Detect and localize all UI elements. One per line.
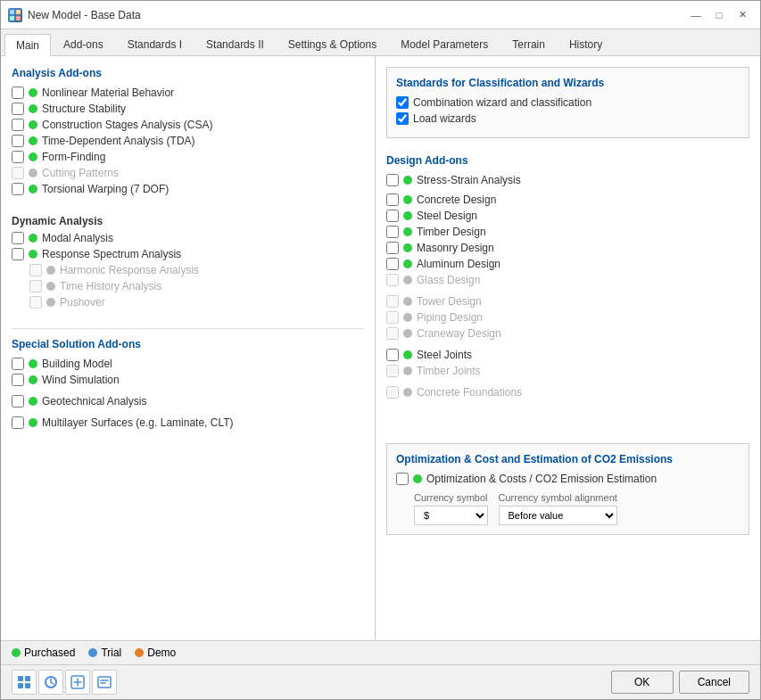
svg-rect-1 [16,10,21,14]
concrete-design-checkbox[interactable] [386,194,399,206]
title-text: New Model - Base Data [28,9,141,21]
toolbar-btn-4[interactable] [92,670,117,695]
list-item: Structure Stability [12,103,364,115]
item-label: Concrete Design [417,194,496,206]
gray-dot [403,313,412,322]
tab-standards2[interactable]: Standards II [194,33,276,55]
ok-button[interactable]: OK [611,671,674,694]
list-item: Torsional Warping (7 DOF) [12,183,364,195]
optimization-title: Optimization & Cost and Estimation of CO… [396,453,740,465]
svg-rect-0 [10,10,14,14]
purchased-dot [29,397,37,406]
list-item: Stress-Strain Analysis [386,174,749,186]
standards-title: Standards for Classification and Wizards [396,77,740,89]
tab-model-params[interactable]: Model Parameters [389,33,500,55]
tab-terrain[interactable]: Terrain [500,33,557,55]
tab-standards1[interactable]: Standards I [116,33,194,55]
item-label: Wind Simulation [42,374,120,386]
torsional-warping-checkbox[interactable] [12,183,24,195]
main-window: New Model - Base Data — □ ✕ Main Add-ons… [0,0,761,700]
purchased-dot [403,211,412,220]
concrete-foundations-checkbox[interactable] [386,386,399,399]
item-label: Load wizards [413,112,476,125]
trial-legend-dot [88,648,97,657]
steel-joints-checkbox[interactable] [386,349,399,361]
item-label: Optimization & Costs / CO2 Emission Esti… [426,473,657,485]
gray-dot [403,329,412,338]
optimization-checkbox[interactable] [396,473,409,485]
item-label: Torsional Warping (7 DOF) [42,183,169,195]
tab-history[interactable]: History [558,33,614,55]
standards-box: Standards for Classification and Wizards… [386,67,749,138]
multilayer-surfaces-checkbox[interactable] [12,416,24,429]
svg-rect-7 [25,683,30,688]
structure-stability-checkbox[interactable] [12,103,24,115]
cutting-patterns-checkbox[interactable] [12,167,24,179]
item-label: Tower Design [417,295,482,308]
purchased-dot [29,185,37,194]
nonlinear-material-checkbox[interactable] [12,86,24,99]
dialog-buttons: OK Cancel [611,671,749,694]
purchased-dot [403,243,412,252]
currency-symbol-label: Currency symbol [414,492,488,503]
item-label: Piping Design [417,311,483,324]
harmonic-response-checkbox[interactable] [29,264,42,276]
construction-stages-checkbox[interactable] [12,119,24,131]
close-button[interactable]: ✕ [732,6,753,24]
legend: Purchased Trial Demo [12,646,176,659]
steel-design-checkbox[interactable] [386,210,399,222]
tower-design-checkbox[interactable] [386,295,399,308]
glass-design-checkbox[interactable] [386,274,399,286]
aluminum-design-checkbox[interactable] [386,258,399,270]
tab-addons[interactable]: Add-ons [52,33,115,55]
trial-label: Trial [101,646,121,659]
masonry-design-checkbox[interactable] [386,242,399,254]
list-item: Steel Design [386,210,749,222]
list-item: Steel Joints [386,349,749,361]
toolbar-btn-3[interactable] [65,670,90,695]
tab-settings[interactable]: Settings & Options [277,33,388,55]
combination-wizard-checkbox[interactable] [396,96,409,109]
stress-strain-checkbox[interactable] [386,174,399,186]
list-item: Nonlinear Material Behavior [12,86,364,99]
maximize-button[interactable]: □ [708,6,730,24]
building-model-checkbox[interactable] [12,358,24,370]
cancel-button[interactable]: Cancel [679,671,749,694]
load-wizards-checkbox[interactable] [396,112,409,125]
craneway-design-checkbox[interactable] [386,327,399,340]
item-label: Time History Analysis [60,280,161,292]
purchased-dot [29,88,37,97]
purchased-dot [29,359,37,368]
modal-analysis-checkbox[interactable] [12,232,24,244]
pushover-checkbox[interactable] [29,296,42,309]
time-history-checkbox[interactable] [29,280,42,292]
list-item: Tower Design [386,295,749,308]
legend-bar: Purchased Trial Demo [1,640,760,664]
list-item: Form-Finding [12,151,364,163]
piping-design-checkbox[interactable] [386,311,399,324]
list-item: Craneway Design [386,327,749,340]
item-label: Harmonic Response Analysis [60,264,199,276]
minimize-button[interactable]: — [685,6,707,24]
timber-joints-checkbox[interactable] [386,365,399,377]
form-finding-checkbox[interactable] [12,151,24,163]
timber-design-checkbox[interactable] [386,226,399,238]
toolbar-btn-2[interactable] [38,670,63,695]
toolbar-btn-1[interactable] [12,670,37,695]
item-label: Craneway Design [417,327,501,340]
geotechnical-checkbox[interactable] [12,395,24,408]
item-label: Timber Joints [417,365,481,377]
list-item: Pushover [29,296,364,309]
gray-dot [46,266,55,275]
item-label: Building Model [42,358,112,370]
currency-symbol-group: Currency symbol $ € £ [414,492,488,525]
tab-main[interactable]: Main [4,34,51,56]
gray-dot [403,276,412,284]
currency-symbol-select[interactable]: $ € £ [414,506,488,525]
response-spectrum-checkbox[interactable] [12,248,24,260]
toolbar-icons [12,670,117,695]
currency-alignment-select[interactable]: Before value After value [499,506,617,525]
time-dependent-checkbox[interactable] [12,135,24,147]
wind-simulation-checkbox[interactable] [12,374,24,386]
item-label: Geotechnical Analysis [42,395,146,408]
